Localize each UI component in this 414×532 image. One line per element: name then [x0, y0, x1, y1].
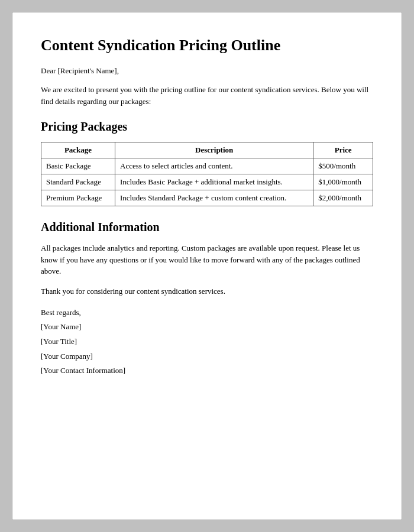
- cell-price: $1,000/month: [313, 174, 373, 190]
- cell-package: Premium Package: [41, 190, 115, 206]
- document-title: Content Syndication Pricing Outline: [41, 36, 373, 54]
- col-header-package: Package: [41, 142, 115, 158]
- pricing-table: Package Description Price Basic PackageA…: [41, 142, 373, 206]
- additional-section-title: Additional Information: [41, 220, 373, 234]
- cell-package: Basic Package: [41, 158, 115, 174]
- table-header-row: Package Description Price: [41, 142, 373, 158]
- additional-info-text: All packages include analytics and repor…: [41, 242, 373, 277]
- table-row: Premium PackageIncludes Standard Package…: [41, 190, 373, 206]
- cell-description: Includes Basic Package + additional mark…: [115, 174, 313, 190]
- cell-description: Access to select articles and content.: [115, 158, 313, 174]
- closing-block: Best regards, [Your Name] [Your Title] […: [41, 306, 373, 378]
- table-row: Standard PackageIncludes Basic Package +…: [41, 174, 373, 190]
- closing-company: [Your Company]: [41, 349, 373, 364]
- cell-price: $500/month: [313, 158, 373, 174]
- salutation: Dear [Recipient's Name],: [41, 66, 373, 76]
- thank-you-text: Thank you for considering our content sy…: [41, 287, 373, 296]
- closing-contact: [Your Contact Information]: [41, 364, 373, 378]
- cell-description: Includes Standard Package + custom conte…: [115, 190, 313, 206]
- cell-price: $2,000/month: [313, 190, 373, 206]
- col-header-description: Description: [115, 142, 313, 158]
- intro-text: We are excited to present you with the p…: [41, 84, 373, 107]
- closing-title: [Your Title]: [41, 335, 373, 349]
- col-header-price: Price: [313, 142, 373, 158]
- pricing-section-title: Pricing Packages: [41, 120, 373, 134]
- document-page: Content Syndication Pricing Outline Dear…: [12, 12, 402, 520]
- table-row: Basic PackageAccess to select articles a…: [41, 158, 373, 174]
- closing-regards: Best regards,: [41, 306, 373, 320]
- closing-name: [Your Name]: [41, 320, 373, 335]
- cell-package: Standard Package: [41, 174, 115, 190]
